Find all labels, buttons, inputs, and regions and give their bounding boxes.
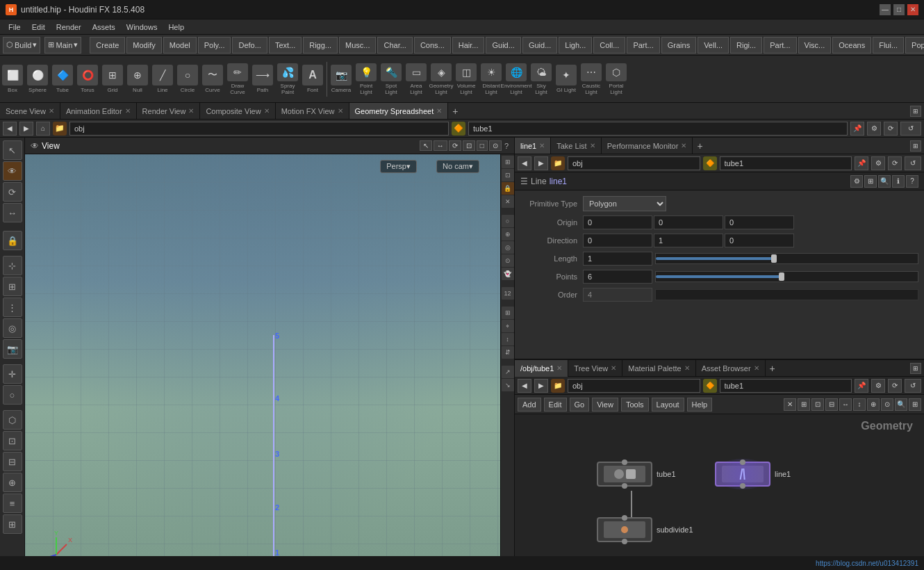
vp-tool-select[interactable]: ↖ [420,140,432,151]
direction-x[interactable] [583,234,652,247]
tab-perfmonitor[interactable]: Performance Monitor ✕ [602,138,693,154]
tool-spotlight[interactable]: 🔦 Spot Light [379,62,404,97]
menu-edit[interactable]: Edit [26,22,51,33]
menu-render[interactable]: Render [51,22,87,33]
tab-compositeview[interactable]: Composite View ✕ [200,103,275,120]
vis-btn[interactable]: ◎ [3,318,22,338]
close-renderview[interactable]: ✕ [188,107,194,115]
menu-windows[interactable]: Windows [121,22,163,33]
vp-right-9[interactable]: 👻 [502,268,514,280]
tab-renderview[interactable]: Render View ✕ [137,103,201,120]
vp-right-12[interactable]: ⌖ [502,320,514,332]
nav-opts[interactable]: ⚙ [867,122,881,136]
tab-sceneview[interactable]: Scene View ✕ [0,103,60,120]
node-tools-btn[interactable]: Tools [621,398,649,412]
node-reload2[interactable]: ↺ [905,379,921,393]
tool-path[interactable]: ⟶ Path [250,62,275,97]
tool-causticlight[interactable]: ⋯ Caustic Light [579,62,604,97]
close-line1[interactable]: ✕ [539,142,545,149]
tab-matpalette[interactable]: Material Palette ✕ [622,360,695,377]
vp-right-2[interactable]: ⊡ [502,169,514,181]
cam-btn[interactable]: 📷 [3,339,22,359]
node-help-btn2[interactable]: Help [687,398,713,412]
node-edit-btn[interactable]: Edit [544,398,567,412]
props-sync[interactable]: ⟳ [888,156,902,170]
props-panel-opts[interactable]: ⊞ [910,140,921,152]
tool-grid[interactable]: ⊞ Grid [100,62,125,97]
vp-right-7[interactable]: ◎ [502,241,514,254]
obj-disp-btn[interactable]: ○ [3,385,22,405]
close-takelist[interactable]: ✕ [590,142,595,149]
close-compositeview[interactable]: ✕ [264,107,270,115]
close-motionfx[interactable]: ✕ [338,107,343,115]
length-value[interactable] [583,252,652,266]
node-tool-2[interactable]: ⊞ [798,398,810,411]
node-pin2[interactable]: 📌 [855,379,868,393]
add-node-tab[interactable]: + [766,361,779,375]
tool-box[interactable]: ⬜ Box [0,62,25,97]
primtype-select[interactable]: Polygon NURBS Bezier [583,196,666,211]
vp-right-14[interactable]: ⇵ [502,346,514,359]
props-reload[interactable]: ↺ [905,156,921,170]
vp-right-10[interactable]: 12 [502,287,514,300]
points-slider[interactable] [655,271,918,282]
tool-geolight[interactable]: ◈ Geometry Light [429,62,454,97]
tool-skylight[interactable]: 🌤 Sky Light [529,62,554,97]
menu-assets[interactable]: Assets [87,22,121,33]
vp-tool-rotate[interactable]: ⟳ [449,140,461,151]
vp-right-13[interactable]: ↕ [502,333,514,345]
text-shelf-tab[interactable]: Text... [269,37,302,54]
oceans-shelf-tab[interactable]: Oceans [832,37,871,54]
node-layout-btn2[interactable]: Layout [652,398,684,412]
node-subdivide1[interactable]: subdivide1 [597,517,693,542]
node-panel-opts[interactable]: ⊞ [910,363,921,374]
modify-shelf-tab[interactable]: Modify [126,37,161,54]
tool4-btn[interactable]: ⊕ [3,473,22,492]
handle-tool[interactable]: ⟳ [3,182,22,202]
node-layout-btn[interactable]: ⊞ [864,175,877,188]
defo-shelf-tab[interactable]: Defo... [232,37,267,54]
menu-help[interactable]: Help [163,22,190,33]
node-tool-9[interactable]: 🔍 [895,398,907,411]
main-dropdown[interactable]: ⊞ Main ▾ [44,37,81,54]
vp-help[interactable]: ? [504,142,509,150]
close-geospreadsheet[interactable]: ✕ [436,107,442,115]
direction-z[interactable] [725,234,794,247]
tool6-btn[interactable]: ⊞ [3,514,22,534]
poly-shelf-tab[interactable]: Poly... [198,37,231,54]
pivot-btn[interactable]: ✛ [3,364,22,384]
node-input[interactable] [468,122,848,136]
minimize-button[interactable]: — [880,4,891,15]
musc-shelf-tab[interactable]: Musc... [339,37,376,54]
tool-circle[interactable]: ○ Circle [175,62,200,97]
tool-curve[interactable]: 〜 Curve [200,62,225,97]
vell-shelf-tab[interactable]: Vell... [698,37,729,54]
node-opts2[interactable]: ⚙ [871,379,885,393]
node-tool-6[interactable]: ↕ [853,398,866,411]
node-tool-4[interactable]: ⊟ [825,398,838,411]
char-shelf-tab[interactable]: Char... [377,37,412,54]
tool3-btn[interactable]: ⊟ [3,452,22,471]
node-line1[interactable]: line1 [715,462,791,487]
props-pin[interactable]: 📌 [855,156,868,170]
tool5-btn[interactable]: ≡ [3,494,22,513]
tool2-btn[interactable]: ⊡ [3,431,22,450]
subdivide1-box[interactable] [597,517,652,542]
close-obj-tube1[interactable]: ✕ [556,364,562,372]
part2-shelf-tab[interactable]: Part... [764,37,796,54]
node-tool-5[interactable]: ↔ [839,398,852,411]
tool-drawcurve[interactable]: ✏ Draw Curve [225,62,250,97]
guid2-shelf-tab[interactable]: Guid... [522,37,557,54]
vp-right-4[interactable]: ✕ [502,195,514,208]
tool-gilight[interactable]: ✦ GI Light [554,62,579,97]
menu-file[interactable]: File [3,22,26,33]
vp-right-16[interactable]: ↘ [502,379,514,391]
tool-spraypaint[interactable]: 💦 Spray Paint [275,62,300,97]
back-btn[interactable]: ◀ [3,122,17,136]
nocam-button[interactable]: No cam▾ [436,160,479,173]
vp-right-3[interactable]: 🔒 [502,182,514,195]
add-tab[interactable]: + [448,104,462,118]
pin-btn[interactable]: 📌 [850,122,864,136]
tool-torus[interactable]: ⭕ Torus [75,62,100,97]
tab-treeview[interactable]: Tree View ✕ [568,360,622,377]
